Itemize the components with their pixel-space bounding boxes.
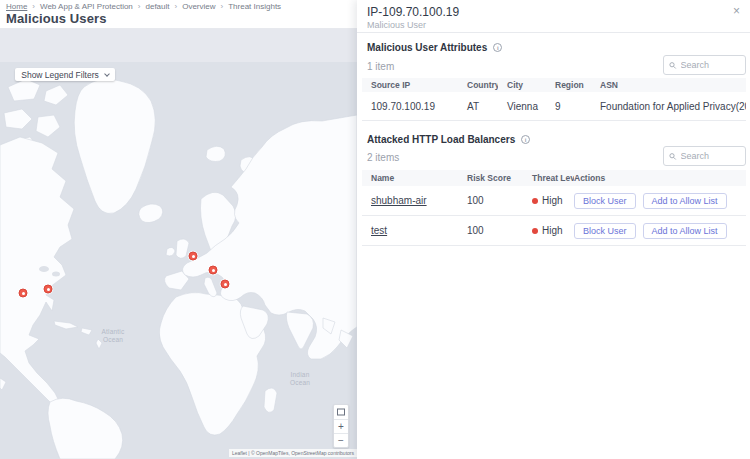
attributes-section-heading: Malicious User Attributes i	[367, 42, 502, 53]
threat-level-badge: High	[532, 195, 574, 206]
map-column: Home › Web App & API Protection › defaul…	[0, 0, 357, 459]
block-user-button[interactable]: Block User	[574, 193, 636, 209]
threat-level-label: High	[542, 195, 563, 206]
col-country: Country	[458, 80, 498, 90]
load-balancers-heading-label: Attacked HTTP Load Balancers	[367, 134, 515, 145]
block-user-button[interactable]: Block User	[574, 223, 636, 239]
breadcrumb-waap[interactable]: Web App & API Protection	[40, 2, 133, 11]
attributes-table-header: Source IP Country City Region ASN	[362, 78, 746, 92]
map-controls: + −	[333, 404, 349, 448]
malicious-user-detail-panel: IP-109.70.100.19 Malicious User × Malici…	[357, 0, 750, 459]
table-row: test 100 High Block User Add to Allow Li…	[362, 216, 746, 246]
table-row: shubham-air 100 High Block User Add to A…	[362, 186, 746, 216]
atlantic-ocean-label: Ocean	[103, 336, 123, 343]
breadcrumb-threat-insights[interactable]: Threat Insights	[228, 2, 281, 11]
atlantic-ocean-label: Atlantic	[102, 328, 125, 335]
threat-level-label: High	[542, 225, 563, 236]
show-legend-filters-button[interactable]: Show Legend Filters	[15, 68, 115, 81]
info-icon[interactable]: i	[521, 135, 530, 144]
col-actions: Actions	[574, 173, 746, 183]
col-name: Name	[362, 173, 458, 183]
load-balancers-table-header: Name Risk Score Threat Level Actions	[362, 170, 746, 186]
cell-region: 9	[546, 101, 591, 112]
attributes-heading-label: Malicious User Attributes	[367, 42, 487, 53]
map-zoom-in-button[interactable]: +	[334, 419, 348, 433]
load-balancers-search	[663, 146, 746, 166]
cell-risk-score: 100	[458, 195, 523, 206]
attributes-table: Source IP Country City Region ASN 109.70…	[362, 78, 746, 121]
breadcrumb-default[interactable]: default	[145, 2, 169, 11]
threat-high-dot-icon	[532, 198, 538, 204]
breadcrumb-separator: ›	[175, 2, 178, 11]
lb-name-link[interactable]: shubham-air	[371, 195, 427, 206]
attributes-search-input[interactable]	[681, 60, 740, 70]
col-asn: ASN	[591, 80, 746, 90]
close-icon[interactable]: ×	[733, 5, 740, 17]
table-row: 109.70.100.19 AT Vienna 9 Foundation for…	[362, 92, 746, 121]
load-balancers-count: 2 items	[367, 152, 399, 163]
add-to-allow-list-button[interactable]: Add to Allow List	[643, 193, 727, 209]
threat-level-badge: High	[532, 225, 574, 236]
col-risk-score: Risk Score	[458, 173, 523, 183]
panel-title: IP-109.70.100.19	[367, 5, 459, 19]
cell-city: Vienna	[498, 101, 546, 112]
lb-name-link[interactable]: test	[371, 225, 387, 236]
col-region: Region	[546, 80, 591, 90]
map-marker[interactable]	[19, 289, 28, 298]
add-to-allow-list-button[interactable]: Add to Allow List	[643, 223, 727, 239]
indian-ocean-label: Indian	[291, 371, 310, 378]
cell-risk-score: 100	[458, 225, 523, 236]
load-balancers-table: Name Risk Score Threat Level Actions shu…	[362, 170, 746, 246]
world-map-svg: Atlantic Ocean Indian Ocean	[0, 29, 357, 459]
attributes-count: 1 item	[367, 61, 394, 72]
show-legend-filters-label: Show Legend Filters	[21, 70, 99, 80]
page-title: Malicious Users	[6, 11, 107, 26]
malicious-users-page: Home › Web App & API Protection › defaul…	[0, 0, 750, 459]
info-icon[interactable]: i	[493, 43, 502, 52]
col-city: City	[498, 80, 546, 90]
breadcrumb-overview[interactable]: Overview	[182, 2, 215, 11]
load-balancers-section-heading: Attacked HTTP Load Balancers i	[367, 134, 530, 145]
topbar: Home › Web App & API Protection › defaul…	[0, 0, 357, 29]
breadcrumb-home[interactable]: Home	[6, 2, 27, 11]
map-attribution[interactable]: Leaflet | © OpenMapTiles, OpenStreetMap …	[229, 449, 357, 457]
fullscreen-icon	[336, 407, 346, 417]
col-source-ip: Source IP	[362, 80, 458, 90]
map-marker[interactable]	[209, 266, 218, 275]
cell-source-ip: 109.70.100.19	[362, 101, 458, 112]
cell-asn: Foundation for Applied Privacy(208323)	[591, 101, 746, 112]
map-marker[interactable]	[189, 252, 198, 261]
indian-ocean-label: Ocean	[290, 379, 310, 386]
world-map[interactable]: Atlantic Ocean Indian Ocean Show Legend …	[0, 29, 357, 459]
chevron-down-icon	[104, 71, 110, 77]
search-icon	[669, 152, 677, 161]
load-balancers-search-input[interactable]	[681, 151, 740, 161]
search-icon	[669, 61, 677, 70]
threat-high-dot-icon	[532, 228, 538, 234]
map-fullscreen-button[interactable]	[334, 405, 348, 419]
map-marker[interactable]	[44, 285, 53, 294]
breadcrumb-separator: ›	[32, 2, 35, 11]
panel-subtitle: Malicious User	[367, 20, 426, 30]
breadcrumb: Home › Web App & API Protection › defaul…	[6, 2, 281, 11]
map-marker[interactable]	[221, 280, 230, 289]
col-threat-level: Threat Level	[523, 173, 574, 183]
attributes-search	[663, 55, 746, 75]
breadcrumb-separator: ›	[138, 2, 141, 11]
cell-country: AT	[458, 101, 498, 112]
breadcrumb-separator: ›	[221, 2, 224, 11]
panel-header: IP-109.70.100.19 Malicious User ×	[357, 0, 750, 33]
map-zoom-out-button[interactable]: −	[334, 433, 348, 447]
